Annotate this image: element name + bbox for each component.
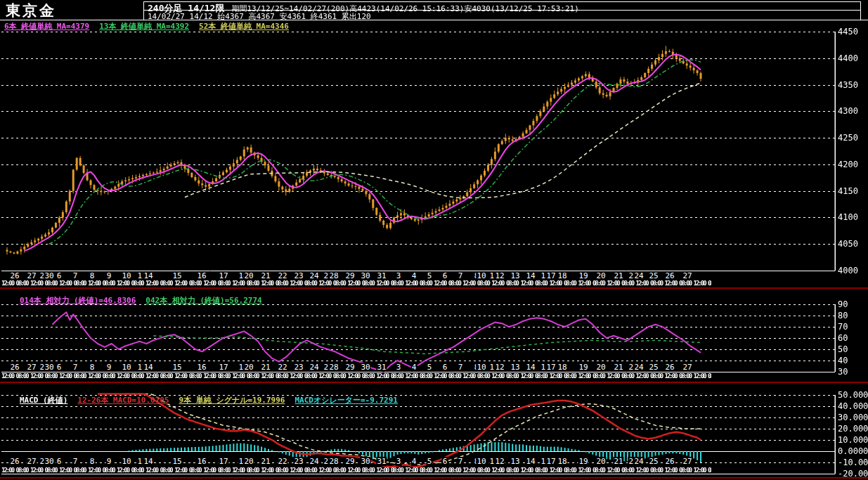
date-tick-label: 22 <box>277 363 287 372</box>
date-tick-label: 8 <box>89 457 96 466</box>
price-tick-label: 4050 <box>838 239 858 249</box>
price-tick-label: 4250 <box>838 133 858 143</box>
date-tick-label: 5 <box>427 457 433 466</box>
macd-signal-legend-link[interactable]: 9本 単純 シグナル=19.7996 <box>179 396 285 405</box>
date-tick-label: 21 <box>260 457 271 466</box>
date-tick-label: 14 <box>525 363 536 372</box>
date-tick-label: 6 <box>442 457 448 466</box>
header-border-bottom <box>0 20 868 20</box>
date-tick-label: 30 <box>44 457 54 466</box>
instrument-title: 東京金 <box>6 1 56 20</box>
price-tick-label: 4400 <box>838 53 858 63</box>
macd-tick-label: 40.0000 <box>838 401 868 411</box>
date-tick-label: 16 <box>196 457 207 466</box>
price-tick-label: 4200 <box>838 160 858 169</box>
date-tick-label: 24 <box>633 457 644 466</box>
date-tick-label: 9 <box>106 457 112 466</box>
date-tick-label: 26 <box>9 363 20 372</box>
panel-separator <box>0 477 868 479</box>
ma6-legend-link[interactable]: 6本 終値単純 MA=4379 <box>4 22 89 31</box>
date-tick-label: 30 <box>44 363 54 372</box>
date-tick-label: 15 <box>171 457 182 466</box>
date-tick-label: 27 <box>682 457 692 466</box>
header-divider <box>144 10 860 11</box>
date-tick-label: 7 <box>458 363 464 372</box>
date-tick-label: 26 <box>664 457 675 466</box>
date-tick-label: 21 <box>260 363 271 372</box>
date-tick-label: 14 <box>143 363 153 372</box>
rsi-legend: 014本 相対力 (終値)=46.8306042本 相対力 (終値)=56.27… <box>20 295 272 306</box>
date-tick-label: 4 <box>411 457 417 466</box>
macd-tick-label: 20.0000 <box>838 424 868 434</box>
date-tick-label: 31 <box>376 457 387 466</box>
date-tick-label: 22 <box>277 457 287 466</box>
rsi-tick-label: 80 <box>838 311 848 320</box>
rsi42-legend-link[interactable]: 042本 相対力 (終値)=56.2774 <box>145 296 261 305</box>
date-tick-label: 13 <box>510 363 520 372</box>
date-tick-label: 20 <box>243 363 254 372</box>
panel-separator <box>0 287 868 289</box>
ma13-legend-link[interactable]: 13本 終値単純 MA=4392 <box>99 22 189 31</box>
date-tick-label: 8 <box>89 363 96 372</box>
panel-separator <box>0 382 868 383</box>
date-tick-label: 17 <box>218 457 228 466</box>
rsi-tick-label: 30 <box>838 367 848 377</box>
date-tick-label: 12 <box>494 457 505 466</box>
time-axis-main: 12:00 08:00 12:00 08:00 12:00 08:00 12:0… <box>1 280 711 287</box>
date-tick-label: 7 <box>72 457 79 466</box>
date-tick-label: 30 <box>360 363 370 372</box>
macd-title-label: MACD (終値) <box>20 396 67 405</box>
date-tick-label: 28 <box>328 457 339 466</box>
value-axis-labels: 4450440043504300425042004150410040504000… <box>838 0 868 480</box>
rsi-tick-label: 60 <box>838 333 848 343</box>
header-border-left <box>143 1 144 20</box>
date-axis-rsi: 2627283067891011141516171820212223242728… <box>0 363 836 372</box>
date-tick-label: 23 <box>293 457 304 466</box>
price-tick-label: 4000 <box>838 266 858 275</box>
date-tick-label: 15 <box>171 363 182 372</box>
date-tick-label: 6 <box>442 363 448 372</box>
macd-tick-label: 50.0000 <box>838 390 868 400</box>
macd-tick-label: -10.0000 <box>838 458 868 467</box>
price-tick-label: 4450 <box>838 27 858 37</box>
date-tick-label: 28 <box>328 363 339 372</box>
date-tick-label: 26 <box>9 457 20 466</box>
time-axis-rsi: 12:00 08:00 12:00 08:00 12:00 08:00 12:0… <box>1 372 711 380</box>
date-tick-label: 27 <box>682 363 692 372</box>
date-tick-label: 13 <box>510 457 520 466</box>
macd-line-legend-link[interactable]: 12-26本 MACD=10.0705 <box>77 396 169 405</box>
date-tick-label: 29 <box>344 363 355 372</box>
price-tick-label: 4100 <box>838 212 858 222</box>
date-tick-label: 14 <box>143 457 153 466</box>
price-tick-label: 4300 <box>838 106 858 116</box>
rsi-tick-label: 40 <box>838 356 848 365</box>
date-tick-label: 18 <box>557 363 567 372</box>
rsi-tick-label: 90 <box>838 299 848 309</box>
date-tick-label: 18 <box>557 457 567 466</box>
date-tick-label: 17 <box>545 363 556 372</box>
date-tick-label: 17 <box>545 457 556 466</box>
chart-canvas <box>0 0 868 480</box>
date-tick-label: 20 <box>595 457 606 466</box>
price-tick-label: 4150 <box>838 186 858 196</box>
date-tick-label: 20 <box>243 457 254 466</box>
rsi14-legend-link[interactable]: 014本 相対力 (終値)=46.8306 <box>20 296 136 305</box>
date-tick-label: 30 <box>360 457 370 466</box>
date-tick-label: 19 <box>578 363 588 372</box>
date-tick-label: 26 <box>664 363 675 372</box>
ma52-legend-link[interactable]: 52本 終値単純 MA=4346 <box>199 22 289 31</box>
date-tick-label: 25 <box>648 363 659 372</box>
header-border-top <box>144 1 860 2</box>
date-tick-label: 6 <box>56 363 63 372</box>
date-tick-label: 21 <box>613 363 623 372</box>
date-tick-label: 7 <box>72 363 79 372</box>
rsi-tick-label: 50 <box>838 344 848 354</box>
date-tick-label: 5 <box>427 363 433 372</box>
date-tick-label: 19 <box>578 457 588 466</box>
macd-legend: MACD (終値)12-26本 MACD=10.07059本 単純 シグナル=1… <box>20 395 408 406</box>
date-tick-label: 7 <box>458 457 464 466</box>
date-tick-label: 20 <box>595 363 606 372</box>
macd-osc-legend-link[interactable]: MACDオシレーター=-9.7291 <box>294 396 398 405</box>
price-tick-label: 4350 <box>838 80 858 90</box>
date-tick-label: 29 <box>344 457 355 466</box>
